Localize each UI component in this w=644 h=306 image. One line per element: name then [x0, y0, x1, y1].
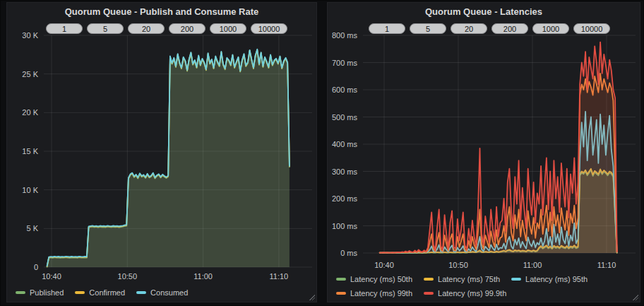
legend-label: Latency (ms) 95th — [525, 275, 588, 283]
legend-label: Published — [30, 288, 64, 297]
legend-label: Latency (ms) 99th — [350, 289, 412, 298]
latency-chart-canvas[interactable]: 0 ms100 ms200 ms300 ms400 ms500 ms600 ms… — [328, 3, 640, 302]
legend-swatch — [511, 278, 521, 281]
y-tick-label: 20 K — [22, 108, 38, 117]
legend-latencies: Latency (ms) 50thLatency (ms) 75thLatenc… — [336, 272, 599, 300]
x-tick-label: 11:00 — [523, 261, 542, 269]
legend-item-consumed[interactable]: Consumed — [136, 288, 188, 297]
y-tick-label: 400 ms — [332, 140, 358, 148]
legend-swatch — [136, 291, 146, 294]
y-tick-label: 5 K — [26, 224, 38, 233]
legend-label: Confirmed — [89, 288, 125, 297]
legend-item-latency-ms-99th[interactable]: Latency (ms) 99th — [336, 289, 412, 298]
legend-swatch — [75, 291, 85, 294]
annotation-pill-1000[interactable]: 1000 — [210, 23, 246, 34]
x-tick-label: 10:50 — [448, 261, 468, 269]
legend-swatch — [424, 278, 434, 281]
annotation-pill-10000[interactable]: 10000 — [573, 23, 610, 34]
legend-label: Consumed — [150, 288, 188, 297]
annotation-pill-20[interactable]: 20 — [451, 23, 487, 34]
panel-publish-consume-rate: Quorum Queue - Publish and Consume Rate … — [6, 2, 317, 302]
x-tick-label: 10:50 — [118, 272, 138, 281]
y-tick-label: 300 ms — [332, 167, 358, 176]
annotation-pill-1[interactable]: 1 — [46, 23, 83, 34]
panel-title-latencies[interactable]: Quorum Queue - Latencies — [328, 3, 640, 21]
y-tick-label: 30 K — [22, 31, 38, 40]
legend-item-latency-ms-50th[interactable]: Latency (ms) 50th — [336, 275, 412, 283]
annotation-pill-20[interactable]: 20 — [128, 23, 165, 34]
y-tick-label: 200 ms — [332, 194, 358, 203]
legend-item-latency-ms-95th[interactable]: Latency (ms) 95th — [511, 275, 588, 283]
y-tick-label: 600 ms — [332, 86, 358, 94]
annotation-pill-200[interactable]: 200 — [491, 23, 528, 34]
dashboard-background: Quorum Queue - Publish and Consume Rate … — [1, 1, 643, 305]
y-tick-label: 100 ms — [332, 222, 358, 230]
x-tick-label: 10:40 — [374, 261, 394, 269]
annotation-pill-200[interactable]: 200 — [169, 23, 205, 34]
legend-swatch — [424, 292, 434, 295]
legend-label: Latency (ms) 99.9th — [438, 289, 506, 298]
annotation-pill-5[interactable]: 5 — [87, 23, 124, 34]
legend-swatch — [16, 291, 25, 294]
annotation-pill-1000[interactable]: 1000 — [532, 23, 569, 34]
annotation-pills-rate: 1520200100010000 — [46, 23, 287, 34]
legend-row: PublishedConfirmedConsumed — [16, 286, 199, 300]
y-tick-label: 800 ms — [332, 31, 358, 40]
panel-title-rate[interactable]: Quorum Queue - Publish and Consume Rate — [7, 3, 316, 21]
legend-item-latency-ms-75th[interactable]: Latency (ms) 75th — [424, 275, 500, 283]
legend-item-confirmed[interactable]: Confirmed — [75, 288, 125, 297]
legend-rate: PublishedConfirmedConsumed — [16, 286, 199, 300]
y-tick-label: 0 — [34, 263, 38, 271]
y-tick-label: 15 K — [22, 147, 38, 155]
legend-row: Latency (ms) 50thLatency (ms) 75thLatenc… — [336, 272, 599, 286]
legend-swatch — [336, 292, 346, 295]
legend-row: Latency (ms) 99thLatency (ms) 99.9th — [336, 286, 599, 300]
annotation-pill-5[interactable]: 5 — [410, 23, 446, 34]
legend-label: Latency (ms) 50th — [350, 275, 412, 283]
x-tick-label: 11:10 — [597, 261, 616, 269]
rate-chart-canvas[interactable]: 05 K10 K15 K20 K25 K30 K10:4010:5011:001… — [7, 3, 316, 302]
y-tick-label: 25 K — [22, 70, 38, 78]
legend-label: Latency (ms) 75th — [438, 275, 500, 283]
annotation-pill-1[interactable]: 1 — [369, 23, 405, 34]
legend-swatch — [336, 278, 346, 281]
y-tick-label: 700 ms — [332, 59, 358, 67]
y-tick-label: 500 ms — [332, 113, 358, 122]
panel-latencies: Quorum Queue - Latencies 152020010001000… — [327, 2, 640, 302]
annotation-pills-latencies: 1520200100010000 — [369, 23, 610, 34]
x-tick-label: 11:00 — [193, 272, 213, 281]
x-tick-label: 11:10 — [270, 272, 289, 281]
legend-item-published[interactable]: Published — [16, 288, 64, 297]
annotation-pill-10000[interactable]: 10000 — [251, 23, 287, 34]
y-tick-label: 0 ms — [340, 249, 357, 257]
y-tick-label: 10 K — [22, 186, 38, 194]
x-tick-label: 10:40 — [42, 272, 61, 281]
legend-item-latency-ms-99-9th[interactable]: Latency (ms) 99.9th — [424, 289, 506, 298]
